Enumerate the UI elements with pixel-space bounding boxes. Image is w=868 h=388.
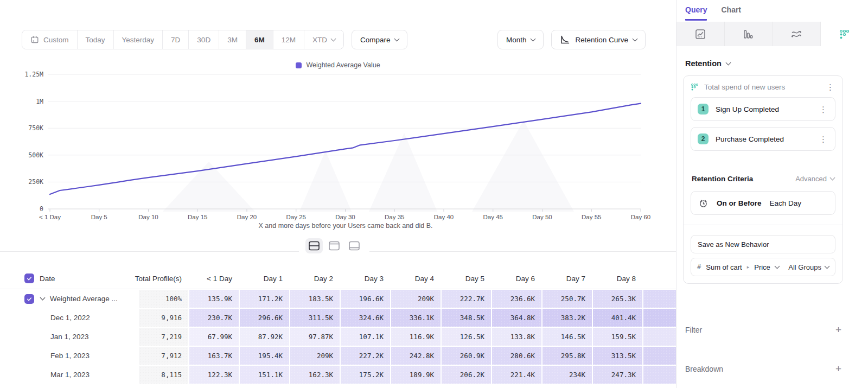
split-half-view-button[interactable] (305, 238, 323, 253)
save-as-new-behavior-button[interactable]: Save as New Behavior (691, 235, 835, 253)
kebab-menu-icon[interactable]: ⋮ (818, 135, 828, 143)
day-cell-day-4: 336.1K (391, 309, 441, 327)
day-header-1-day: < 1 Day (189, 275, 239, 283)
step-sign-up-completed[interactable]: 1Sign Up Completed⋮ (691, 97, 835, 121)
flows-chart-icon (790, 28, 803, 40)
tab-chart[interactable]: Chart (721, 5, 741, 21)
table-row-dec-1-2022[interactable]: Dec 1, 20229,916230.7K296.6K311.5K324.6K… (0, 308, 676, 327)
chevron-down-icon[interactable] (40, 295, 46, 301)
advanced-dropdown[interactable]: Advanced (795, 175, 834, 183)
day-cell-day-1: 171.2K (240, 290, 289, 308)
groups-label: All Groups (788, 263, 821, 271)
day-header-day-3: Day 3 (340, 275, 391, 283)
day-cell-clipped (643, 366, 676, 384)
kebab-menu-icon[interactable]: ⋮ (825, 83, 835, 91)
range-custom[interactable]: Custom (22, 30, 78, 49)
date-range-group: CustomTodayYesterday7D30D3M6M12MXTD (22, 30, 344, 49)
day-cell-day-6: 364.8K (492, 309, 541, 327)
table-row-feb-1-2023[interactable]: Feb 1, 20237,912163.7K195.4K209K227.2K24… (0, 346, 676, 365)
row-label: Weighted Average ... (50, 295, 118, 303)
chart-legend: Weighted Average Value (0, 61, 676, 69)
total-cell-wrap: 100% (138, 289, 189, 308)
table-row-mar-1-2023[interactable]: Mar 1, 20238,115122.3K151.1K162.3K175.2K… (0, 365, 676, 384)
add-breakdown-button[interactable]: + (835, 364, 841, 374)
svg-text:< 1 Day: < 1 Day (39, 214, 61, 220)
flows-chart-tab[interactable] (773, 22, 821, 46)
compare-button[interactable]: Compare (352, 30, 408, 49)
day-cell-day-6: 221.4K (492, 366, 541, 384)
criteria-condition-card[interactable]: On or Before Each Day (691, 191, 835, 215)
table-row-weighted-average[interactable]: Weighted Average ...100%135.9K171.2K183.… (0, 289, 676, 308)
day-header-day-1: Day 1 (239, 275, 290, 283)
row-date-cell: Weighted Average ... (0, 289, 138, 308)
insights-chart-icon (694, 28, 706, 40)
retention-grid-icon (839, 29, 850, 40)
svg-text:750K: 750K (28, 124, 43, 132)
day-cell-wrap: 87.92K (239, 327, 290, 346)
day-cell-wrap: 133.8K (492, 327, 542, 346)
tab-query[interactable]: Query (685, 5, 707, 21)
day-cell-day-7: 295.8K (542, 347, 592, 365)
step-label: Purchase Completed (716, 135, 784, 143)
retention-grid-tab[interactable] (821, 22, 868, 46)
table-row-jan-1-2023[interactable]: Jan 1, 20237,21967.99K87.92K97.87K107.1K… (0, 327, 676, 346)
measure-name: Sum of cart (706, 263, 742, 271)
bar-chart-tab[interactable] (725, 22, 773, 46)
query-sidebar: QueryChart Retention Total spend (676, 0, 868, 388)
day-cell-day-6: 280.6K (492, 347, 541, 365)
legend-swatch (296, 62, 302, 68)
day-cell-wrap: 209K (290, 346, 340, 365)
range-12m[interactable]: 12M (273, 30, 304, 49)
range-label: XTD (312, 36, 327, 44)
range-7d[interactable]: 7D (163, 30, 189, 49)
range-30d[interactable]: 30D (189, 30, 219, 49)
chart-focus-view-button[interactable] (326, 238, 343, 253)
day-cell-day-2: 162.3K (290, 366, 340, 384)
range-yesterday[interactable]: Yesterday (114, 30, 163, 49)
range-label: 12M (282, 36, 296, 44)
svg-text:Day 5: Day 5 (91, 214, 107, 220)
calendar-icon (30, 35, 39, 44)
retention-analytics-app: CustomTodayYesterday7D30D3M6M12MXTD Comp… (0, 0, 868, 388)
range-6m[interactable]: 6M (246, 30, 273, 49)
row-checkbox[interactable] (24, 294, 34, 304)
add-filter-button[interactable]: + (835, 325, 841, 335)
day-cell-wrap: 336.1K (391, 308, 441, 327)
range-3m[interactable]: 3M (219, 30, 246, 49)
insights-chart-tab[interactable] (676, 22, 725, 46)
table-focus-view-button[interactable] (346, 238, 363, 253)
day-cell-wrap: 236.6K (492, 289, 542, 308)
day-cell-clipped (643, 328, 676, 346)
day-cell-wrap: 67.99K (189, 327, 239, 346)
select-all-checkbox[interactable] (24, 273, 34, 283)
granularity-dropdown[interactable]: Month (497, 30, 544, 49)
row-date-cell: Mar 1, 2023 (0, 365, 138, 384)
day-header-day-6: Day 6 (492, 275, 542, 283)
range-xtd[interactable]: XTD (304, 30, 343, 49)
retention-curve-icon (560, 35, 570, 44)
step-label: Sign Up Completed (716, 105, 779, 113)
day-cell-wrap: 107.1K (340, 327, 391, 346)
retention-section-dropdown[interactable]: Retention (685, 59, 859, 68)
kebab-menu-icon[interactable]: ⋮ (818, 105, 828, 113)
range-label: 7D (171, 36, 180, 44)
behavior-card: Total spend of new users ⋮ 1Sign Up Comp… (683, 75, 843, 284)
day-cell-wrap: 222.7K (441, 289, 492, 308)
groups-dropdown[interactable]: All Groups (788, 263, 829, 271)
svg-text:Day 10: Day 10 (138, 214, 158, 220)
measure-dropdown[interactable]: # Sum of cart ▸ Price All Groups (691, 258, 835, 276)
day-cell-wrap: 126.5K (441, 327, 492, 346)
range-today[interactable]: Today (78, 30, 114, 49)
sidebar-tabs: QueryChart (676, 0, 868, 21)
chart-type-dropdown[interactable]: Retention Curve (551, 30, 646, 49)
table-body: Weighted Average ...100%135.9K171.2K183.… (0, 289, 676, 384)
day-cell-wrap: 242.8K (391, 346, 441, 365)
day-cell-wrap: 383.2K (542, 308, 592, 327)
svg-text:0: 0 (40, 205, 43, 213)
day-cell-wrap: 247.3K (592, 365, 643, 384)
day-cell-day-7: 234K (542, 366, 592, 384)
day-cell-day-3: 324.6K (341, 309, 390, 327)
total-profiles-cell: 7,912 (139, 347, 188, 365)
total-profiles-cell: 100% (139, 290, 188, 308)
step-purchase-completed[interactable]: 2Purchase Completed⋮ (691, 127, 835, 151)
